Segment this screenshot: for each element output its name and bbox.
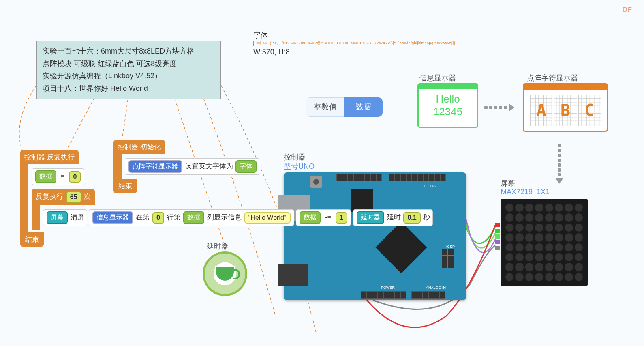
block-text: 延时	[387, 213, 401, 221]
power-jack-icon	[278, 264, 308, 286]
data-pill-value: 数据	[344, 97, 383, 117]
info-line: 实验一百七十六：6mm大尺寸8x8LED方块方格	[43, 45, 215, 58]
block-text: 列显示信息	[207, 213, 242, 221]
block-row-assign[interactable]: 数据 = 0	[32, 168, 84, 185]
literal-string[interactable]: "Hello World"	[244, 212, 291, 224]
arrow-down-icon	[555, 144, 563, 184]
chip-info-display[interactable]: 信息显示器	[92, 211, 133, 224]
loop-code-block[interactable]: 控制器 反复执行 数据 = 0 反复执行 65 次 屏幕 清屏 信息显示器 在第	[20, 150, 433, 247]
block-footer: 结束	[20, 232, 44, 247]
dotmatrix-char: C	[578, 95, 601, 126]
chip-timer[interactable]: 延时器	[357, 211, 384, 224]
op-minus-equals: -=	[323, 213, 333, 221]
block-text: 在第	[136, 213, 150, 221]
info-line: 实验开源仿真编程（Linkboy V4.52）	[43, 70, 215, 82]
power-label: POWER	[381, 286, 395, 290]
font-title: 字体	[253, 30, 268, 40]
block-row-display[interactable]: 信息显示器 在第 0 行第 数据 列显示信息 "Hello World"	[89, 209, 294, 226]
icsp-label: ICSP	[446, 245, 455, 249]
data-pill-label: 整数值	[306, 97, 344, 117]
info-note-box: 实验一百七十六：6mm大尺寸8x8LED方块方格 点阵模块 可级联 红绿蓝白色 …	[36, 41, 221, 99]
loop-count[interactable]: 65	[66, 191, 81, 203]
literal-number[interactable]: 0	[152, 212, 164, 224]
dotmatrix-display[interactable]: A B C	[523, 83, 608, 132]
info-line: 项目十八：世界你好 Hello World	[43, 82, 215, 95]
screen-title: 屏幕	[501, 178, 515, 188]
block-header[interactable]: 控制器 反复执行	[20, 150, 79, 164]
info-display-line1: Hello	[436, 93, 460, 105]
block-row-delay[interactable]: 延时器 延时 0.1 秒	[353, 209, 433, 226]
dotmatrix-char: A	[530, 95, 552, 126]
analog-label: ANALOG IN	[426, 286, 446, 290]
chip-data[interactable]: 数据	[300, 211, 321, 224]
block-text: 清屏	[71, 213, 84, 221]
chip-screen[interactable]: 屏幕	[47, 211, 68, 224]
chip-data[interactable]: 数据	[35, 170, 56, 183]
info-display-line2: 12345	[433, 105, 462, 118]
screen-model: MAX7219_1X1	[501, 188, 550, 196]
block-row-clear[interactable]: 屏幕 清屏	[43, 209, 87, 226]
font-dimensions: W:570, H:8	[253, 48, 290, 56]
data-variable-pill[interactable]: 整数值 数据	[306, 97, 383, 117]
info-line: 点阵模块 可级联 红绿蓝白色 可选8级亮度	[43, 58, 215, 70]
literal-number[interactable]: 0.1	[403, 212, 420, 224]
dotmatrix-title: 点阵字符显示器	[527, 73, 578, 83]
op-equals: =	[59, 172, 66, 180]
dotmatrix-char: B	[554, 95, 576, 126]
arrow-right-icon	[484, 103, 514, 112]
info-display-screen[interactable]: Hello 12345	[417, 83, 478, 128]
block-text: 秒	[423, 213, 430, 221]
led-matrix-pins	[495, 223, 500, 250]
block-text: 行第	[167, 213, 181, 221]
timer-icon[interactable]	[203, 251, 247, 296]
inner-loop-header[interactable]: 反复执行 65 次	[32, 189, 95, 205]
block-row-decrement[interactable]: 数据 -= 1	[296, 209, 351, 226]
literal-number[interactable]: 1	[336, 212, 347, 224]
font-ruler[interactable]: !"#$%&' ()*+,- ./0123456789:;<=>?@ABCDEF…	[253, 41, 537, 46]
literal-number[interactable]: 0	[69, 171, 81, 183]
chip-data-var[interactable]: 数据	[183, 211, 204, 224]
icsp-header	[442, 249, 454, 268]
info-display-title: 信息显示器	[419, 73, 456, 83]
led-matrix-module[interactable]	[501, 199, 588, 286]
watermark: DF	[622, 6, 632, 14]
